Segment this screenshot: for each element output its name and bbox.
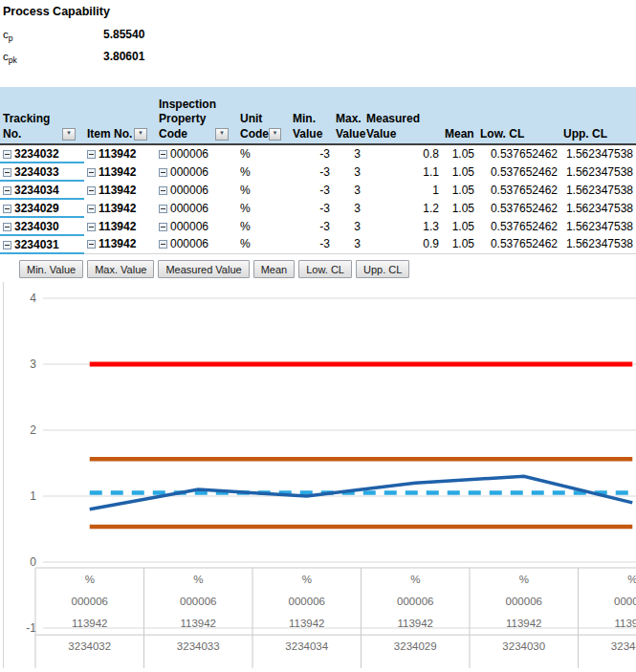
item-no-cell: 113942 (84, 235, 156, 253)
collapse-icon[interactable] (87, 240, 96, 249)
measured-value-cell-value: 0.9 (423, 237, 439, 250)
upp-cl-cell: 1.562347538 (560, 199, 636, 217)
low-cl-cell-value: 0.537652462 (491, 147, 558, 161)
collapse-icon[interactable] (159, 186, 167, 195)
max-value-cell-value: 3 (354, 220, 361, 233)
mean-cell: 1.05 (442, 217, 477, 235)
collapse-icon[interactable] (3, 205, 11, 213)
mean-cell-value: 1.05 (452, 165, 474, 179)
filter-dropdown-icon[interactable]: ▼ (62, 128, 76, 141)
tracking-no-cell[interactable]: 3234029 (0, 199, 84, 217)
unit-code-cell-value: % (240, 202, 251, 215)
x-axis-label: 3234031 (611, 640, 636, 652)
low-cl-cell: 0.537652462 (477, 181, 560, 199)
x-axis-label: 3234032 (68, 640, 111, 652)
column-header-label: Property (159, 112, 206, 126)
x-axis-label: % (519, 574, 529, 585)
collapse-icon[interactable] (87, 223, 96, 231)
measured-value-cell-value: 0.8 (423, 147, 439, 161)
tracking-no-cell[interactable]: 3234032 (0, 144, 84, 163)
upp-cl-cell-value: 1.562347538 (566, 220, 633, 233)
tracking-no-cell[interactable]: 3234031 (0, 235, 84, 253)
tracking-no-cell[interactable]: 3234033 (0, 163, 84, 181)
tracking-no-cell[interactable]: 3234034 (0, 181, 84, 199)
collapse-icon[interactable] (3, 223, 11, 231)
collapse-icon[interactable] (3, 241, 11, 249)
legend-button-low-cl[interactable]: Low. CL (298, 260, 352, 278)
series-measured-value[interactable] (90, 476, 633, 509)
low-cl-cell: 0.537652462 (477, 199, 560, 217)
collapse-icon[interactable] (159, 168, 167, 177)
tracking-no-cell-value: 3234030 (14, 220, 59, 233)
inspection-property-code-cell-value: 000006 (170, 184, 208, 197)
column-header-label: Value (366, 127, 396, 141)
item-no-cell: 113942 (84, 199, 156, 217)
collapse-icon[interactable] (159, 240, 167, 249)
tracking-no-cell[interactable]: 3234030 (0, 217, 84, 235)
collapse-icon[interactable] (3, 150, 11, 159)
column-header-label: Max. (336, 112, 362, 126)
collapse-icon[interactable] (159, 223, 167, 231)
min-value-cell-value: -3 (319, 165, 330, 179)
low-cl-cell-value: 0.537652462 (491, 237, 558, 250)
column-header-item-no: Item No.▼ (84, 87, 156, 144)
cpk-label: cpk (3, 51, 103, 65)
legend-button-mean[interactable]: Mean (253, 260, 296, 278)
item-no-cell-value: 113942 (99, 184, 136, 197)
metrics-panel: Process Capability cp 5.85540 cpk 3.8060… (0, 0, 636, 87)
min-value-cell-value: -3 (319, 237, 330, 250)
x-axis-label: 000006 (614, 596, 636, 607)
max-value-cell: 3 (333, 144, 363, 163)
collapse-icon[interactable] (159, 205, 167, 213)
unit-code-cell: % (237, 163, 290, 181)
low-cl-cell: 0.537652462 (477, 235, 560, 253)
collapse-icon[interactable] (87, 186, 96, 195)
low-cl-cell-value: 0.537652462 (491, 202, 558, 215)
item-no-cell: 113942 (84, 163, 156, 181)
min-value-cell: -3 (290, 144, 333, 163)
y-tick-label: 4 (30, 292, 36, 305)
filter-dropdown-icon[interactable]: ▼ (134, 128, 147, 141)
chart-area: 43210-1%%%%%%000006000006000006000006000… (0, 282, 636, 668)
table-header: TrackingNo.▼Item No.▼InspectionPropertyC… (0, 87, 636, 144)
cp-value: 5.85540 (103, 28, 144, 41)
column-header-upp-cl: Upp. CL (560, 87, 636, 144)
unit-code-cell-value: % (240, 165, 251, 179)
upp-cl-cell-value: 1.562347538 (566, 165, 633, 179)
inspection-property-code-cell: 000006 (156, 199, 237, 217)
max-value-cell-value: 3 (354, 202, 361, 215)
collapse-icon[interactable] (87, 205, 96, 213)
legend-button-max-value[interactable]: Max. Value (87, 260, 154, 278)
item-no-cell-value: 113942 (99, 220, 136, 233)
column-header-label: Tracking (3, 112, 50, 126)
table-row: 3234030113942000006%-331.31.050.53765246… (0, 217, 636, 235)
legend-button-upp-cl[interactable]: Upp. CL (356, 260, 409, 278)
table-row: 3234031113942000006%-330.91.050.53765246… (0, 235, 636, 253)
column-header-tracking-no: TrackingNo.▼ (0, 87, 84, 144)
mean-cell-value: 1.05 (452, 237, 474, 250)
filter-dropdown-icon[interactable]: ▼ (269, 128, 281, 141)
filter-dropdown-icon[interactable]: ▼ (215, 128, 229, 141)
max-value-cell: 3 (333, 181, 363, 199)
upp-cl-cell: 1.562347538 (560, 181, 636, 199)
max-value-cell: 3 (333, 235, 363, 253)
legend-button-measured-value[interactable]: Measured Value (158, 260, 249, 278)
x-axis-label: 3234029 (394, 640, 437, 652)
low-cl-cell-value: 0.537652462 (491, 220, 558, 233)
x-axis-label: 000006 (289, 596, 325, 607)
cp-metric-row: cp 5.85540 (3, 28, 633, 50)
collapse-icon[interactable] (87, 150, 96, 159)
chart-legend: Min. ValueMax. ValueMeasured ValueMeanLo… (19, 260, 636, 278)
column-header-measured-value: MeasuredValue (363, 87, 442, 144)
collapse-icon[interactable] (87, 168, 96, 177)
collapse-icon[interactable] (159, 150, 167, 159)
collapse-icon[interactable] (3, 168, 11, 177)
legend-button-min-value[interactable]: Min. Value (19, 260, 83, 278)
cpk-value: 3.80601 (103, 50, 144, 63)
column-header-min-value: Min.Value (290, 87, 333, 144)
inspection-property-code-cell: 000006 (156, 181, 237, 199)
x-axis-label: % (193, 574, 203, 585)
x-axis-label: 3234033 (177, 640, 220, 652)
column-header-label: Measured (366, 112, 420, 126)
collapse-icon[interactable] (3, 186, 11, 195)
